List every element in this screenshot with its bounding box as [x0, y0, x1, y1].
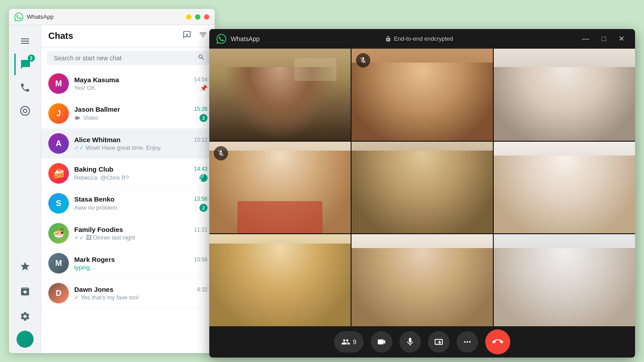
- chat-header: Chats: [41, 25, 215, 47]
- call-close-btn[interactable]: ✕: [615, 33, 628, 45]
- lock-icon: [385, 36, 391, 42]
- screen-share-button[interactable]: [428, 331, 449, 353]
- chat-time-family: 11:21: [194, 227, 208, 233]
- video-toggle-icon: [377, 337, 386, 347]
- main-window: WhatsApp 3: [9, 9, 215, 353]
- filter-button[interactable]: [199, 30, 208, 42]
- main-titlebar: WhatsApp: [9, 9, 215, 25]
- chat-time-baking: 14:43: [194, 166, 208, 172]
- unread-badge-jason: 3: [199, 114, 208, 122]
- call-controls: 9: [209, 326, 635, 358]
- sidebar-item-archived[interactable]: [14, 281, 36, 302]
- new-chat-button[interactable]: [182, 30, 191, 42]
- video-grid: [209, 49, 635, 326]
- video-toggle-button[interactable]: [371, 331, 392, 353]
- avatar-family: 🍜: [48, 223, 69, 244]
- chat-name-baking: Baking Club: [74, 165, 114, 173]
- sidebar-item-settings[interactable]: [14, 306, 36, 327]
- chat-info-jason: Jason Ballmer 15:26 Video 3: [74, 105, 208, 122]
- avatar-maya: M: [48, 73, 69, 94]
- chat-item-family[interactable]: 🍜 Family Foodies 11:21 ✓✓ 🖼 Dinner last …: [41, 219, 215, 248]
- chat-item-maya[interactable]: M Maya Kasuma 14:54 Yes! OK 📌: [41, 69, 215, 99]
- call-titlebar: WhatsApp End-to-end endcrypted — □ ✕: [209, 29, 635, 49]
- user-avatar[interactable]: [17, 331, 34, 348]
- avatar-stasa: S: [48, 193, 69, 214]
- chat-preview-baking: Rebecca: @Chris R?: [74, 174, 129, 181]
- mic-toggle-icon: [405, 337, 415, 347]
- call-window-title: WhatsApp: [231, 35, 260, 42]
- chat-time-jason: 15:26: [194, 106, 208, 112]
- avatar-baking: 🍰: [48, 163, 69, 184]
- call-maximize-btn[interactable]: □: [598, 33, 610, 45]
- chat-panel: Chats: [41, 25, 215, 353]
- encryption-status: End-to-end endcrypted: [260, 35, 579, 42]
- video-cell-5: [352, 142, 493, 234]
- minimize-btn[interactable]: [186, 14, 191, 20]
- chat-time-dawn: 8:32: [197, 286, 208, 293]
- participants-icon: [341, 337, 350, 346]
- double-check-family: ✓✓: [74, 234, 84, 241]
- chat-info-baking: Baking Club 14:43 Rebecca: @Chris R? @ 1: [74, 165, 208, 182]
- chat-item-dawn[interactable]: D Dawn Jones 8:32 ✓ Yes that's my fave t…: [41, 278, 215, 308]
- avatar-mark: M: [48, 253, 69, 274]
- chat-item-jason[interactable]: J Jason Ballmer 15:26 Video 3: [41, 99, 215, 129]
- sidebar-top: 3: [14, 30, 36, 256]
- mic-toggle-button[interactable]: [399, 331, 421, 353]
- sidebar-bottom: [14, 256, 36, 348]
- search-input[interactable]: [47, 51, 209, 65]
- video-cell-2: [352, 49, 493, 141]
- chat-time-stasa: 13:56: [194, 196, 208, 202]
- chat-name-dawn: Dawn Jones: [74, 286, 114, 293]
- sidebar-item-menu[interactable]: [14, 30, 36, 52]
- chat-info-stasa: Stasa Benko 13:56 Aww no problem. 2: [74, 195, 208, 212]
- avatar-dawn: D: [48, 283, 69, 303]
- sidebar-item-status[interactable]: [14, 100, 36, 122]
- maximize-btn[interactable]: [195, 14, 200, 20]
- double-check-dawn: ✓: [74, 294, 79, 301]
- chat-preview-dawn: ✓ Yes that's my fave too!: [74, 294, 139, 301]
- chat-item-stasa[interactable]: S Stasa Benko 13:56 Aww no problem. 2: [41, 189, 215, 219]
- status-icon: [20, 105, 30, 116]
- search-icon: [198, 54, 205, 63]
- sidebar-item-chats[interactable]: 3: [14, 54, 36, 75]
- chat-info-maya: Maya Kasuma 14:54 Yes! OK 📌: [74, 76, 208, 92]
- chat-name-mark: Mark Rogers: [74, 256, 115, 263]
- video-cell-9: [494, 234, 635, 326]
- chat-list: M Maya Kasuma 14:54 Yes! OK 📌 J: [41, 69, 215, 352]
- settings-icon: [20, 311, 30, 322]
- filter-icon: [199, 30, 208, 39]
- svg-point-0: [21, 106, 30, 115]
- end-call-icon: [490, 334, 505, 349]
- video-cell-1: [209, 49, 351, 141]
- chats-badge: 3: [28, 55, 35, 62]
- avatar-alice: A: [48, 133, 69, 154]
- mute-indicator-2: [356, 53, 370, 67]
- chats-title: Chats: [48, 31, 73, 41]
- call-minimize-btn[interactable]: —: [578, 33, 593, 45]
- chat-item-baking[interactable]: 🍰 Baking Club 14:43 Rebecca: @Chris R? @…: [41, 159, 215, 189]
- call-win-controls: — □ ✕: [578, 33, 628, 45]
- chat-preview-alice: ✓✓ Wow! Have great time. Enjoy.: [74, 144, 162, 151]
- chat-time-mark: 10:56: [194, 257, 208, 263]
- close-btn-main[interactable]: [204, 14, 209, 20]
- chat-time-maya: 14:54: [194, 76, 208, 83]
- chat-preview-jason: Video: [74, 114, 98, 122]
- mute-indicator-4: [214, 146, 228, 160]
- double-check-alice: ✓✓: [74, 144, 84, 151]
- chat-item-mark[interactable]: M Mark Rogers 10:56 typing...: [41, 248, 215, 278]
- new-chat-icon: [182, 30, 191, 39]
- avatar-jason: J: [48, 103, 69, 124]
- end-call-button[interactable]: [485, 329, 510, 354]
- chat-preview-maya: Yes! OK: [74, 84, 95, 91]
- sidebar-item-starred[interactable]: [14, 256, 36, 277]
- sidebar-item-calls[interactable]: [14, 77, 36, 98]
- chat-item-alice[interactable]: A Alice Whitman 15:12 ✓✓ Wow! Have great…: [41, 129, 215, 159]
- participants-count: 9: [353, 338, 356, 345]
- more-options-button[interactable]: [457, 331, 478, 353]
- participants-button[interactable]: 9: [334, 331, 364, 353]
- pin-icon-maya: 📌: [200, 84, 208, 92]
- starred-icon: [20, 261, 30, 272]
- chat-time-alice: 15:12: [194, 137, 208, 143]
- chat-info-mark: Mark Rogers 10:56 typing...: [74, 256, 208, 271]
- chat-preview-mark: typing...: [74, 264, 95, 271]
